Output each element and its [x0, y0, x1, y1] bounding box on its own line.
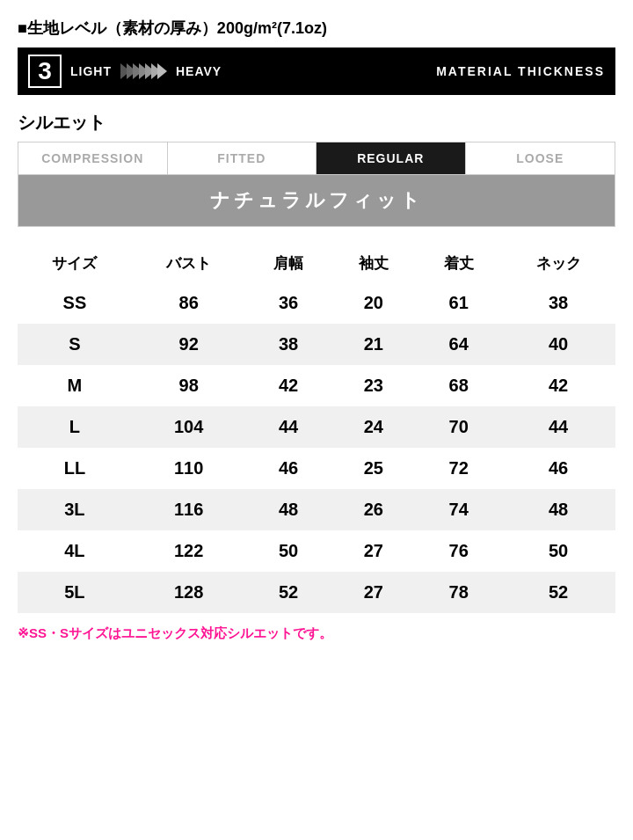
footer-note: ※SS・Sサイズはユニセックス対応シルエットです。 [18, 625, 615, 642]
cell-neck: 46 [501, 448, 615, 489]
cell-sleeve: 26 [331, 489, 416, 530]
cell-length: 68 [416, 365, 501, 406]
cell-shoulder: 42 [246, 365, 331, 406]
cell-sleeve: 25 [331, 448, 416, 489]
cell-shoulder: 44 [246, 406, 331, 448]
silhouette-regular[interactable]: REGULAR [316, 142, 466, 174]
chevrons [120, 63, 164, 79]
cell-size: 4L [18, 530, 132, 572]
cell-neck: 50 [501, 530, 615, 572]
cell-neck: 48 [501, 489, 615, 530]
cell-sleeve: 23 [331, 365, 416, 406]
header-bust: バスト [132, 245, 246, 282]
cell-bust: 128 [132, 572, 246, 613]
size-table-container: サイズ バスト 肩幅 袖丈 着丈 ネック SS8636206138S923821… [18, 245, 615, 613]
cell-shoulder: 52 [246, 572, 331, 613]
cell-bust: 104 [132, 406, 246, 448]
header-sleeve: 袖丈 [331, 245, 416, 282]
section-title: シルエット [18, 111, 615, 135]
cell-length: 70 [416, 406, 501, 448]
material-thickness-label: MATERIAL THICKNESS [436, 64, 605, 78]
silhouette-loose[interactable]: LOOSE [466, 142, 615, 174]
table-row: L10444247044 [18, 406, 615, 448]
chevron-7-icon [157, 63, 167, 79]
silhouette-header: COMPRESSION FITTED REGULAR LOOSE [18, 142, 615, 175]
cell-size: M [18, 365, 132, 406]
cell-length: 78 [416, 572, 501, 613]
cell-bust: 122 [132, 530, 246, 572]
header-shoulder: 肩幅 [246, 245, 331, 282]
cell-length: 76 [416, 530, 501, 572]
cell-length: 74 [416, 489, 501, 530]
cell-sleeve: 20 [331, 282, 416, 324]
cell-sleeve: 21 [331, 324, 416, 365]
cell-neck: 38 [501, 282, 615, 324]
material-heading: ■生地レベル（素材の厚み）200g/m²(7.1oz) [18, 18, 615, 39]
cell-length: 72 [416, 448, 501, 489]
cell-shoulder: 48 [246, 489, 331, 530]
cell-neck: 52 [501, 572, 615, 613]
cell-size: LL [18, 448, 132, 489]
silhouette-section: シルエット COMPRESSION FITTED REGULAR LOOSE ナ… [18, 111, 615, 227]
cell-size: S [18, 324, 132, 365]
cell-sleeve: 27 [331, 572, 416, 613]
silhouette-fitted[interactable]: FITTED [168, 142, 317, 174]
cell-shoulder: 36 [246, 282, 331, 324]
cell-size: 5L [18, 572, 132, 613]
table-row: 5L12852277852 [18, 572, 615, 613]
cell-neck: 40 [501, 324, 615, 365]
table-header-row: サイズ バスト 肩幅 袖丈 着丈 ネック [18, 245, 615, 282]
cell-bust: 110 [132, 448, 246, 489]
cell-length: 64 [416, 324, 501, 365]
header-length: 着丈 [416, 245, 501, 282]
table-row: SS8636206138 [18, 282, 615, 324]
cell-bust: 98 [132, 365, 246, 406]
silhouette-compression[interactable]: COMPRESSION [18, 142, 168, 174]
thickness-bar: 3 LIGHT HEAVY MATERIAL THICKNESS [18, 47, 615, 95]
table-row: LL11046257246 [18, 448, 615, 489]
heavy-label: HEAVY [176, 64, 222, 78]
table-row: M9842236842 [18, 365, 615, 406]
header-neck: ネック [501, 245, 615, 282]
light-label: LIGHT [70, 64, 112, 78]
cell-size: SS [18, 282, 132, 324]
table-row: 4L12250277650 [18, 530, 615, 572]
header-size: サイズ [18, 245, 132, 282]
cell-sleeve: 27 [331, 530, 416, 572]
silhouette-fit-row: ナチュラルフィット [18, 175, 615, 227]
cell-shoulder: 50 [246, 530, 331, 572]
cell-size: 3L [18, 489, 132, 530]
thickness-labels: LIGHT HEAVY [70, 63, 427, 79]
cell-bust: 116 [132, 489, 246, 530]
table-row: S9238216440 [18, 324, 615, 365]
cell-size: L [18, 406, 132, 448]
table-row: 3L11648267448 [18, 489, 615, 530]
thickness-number: 3 [28, 55, 62, 88]
cell-shoulder: 46 [246, 448, 331, 489]
cell-sleeve: 24 [331, 406, 416, 448]
cell-shoulder: 38 [246, 324, 331, 365]
cell-neck: 42 [501, 365, 615, 406]
size-table: サイズ バスト 肩幅 袖丈 着丈 ネック SS8636206138S923821… [18, 245, 615, 613]
cell-neck: 44 [501, 406, 615, 448]
cell-bust: 86 [132, 282, 246, 324]
cell-length: 61 [416, 282, 501, 324]
cell-bust: 92 [132, 324, 246, 365]
